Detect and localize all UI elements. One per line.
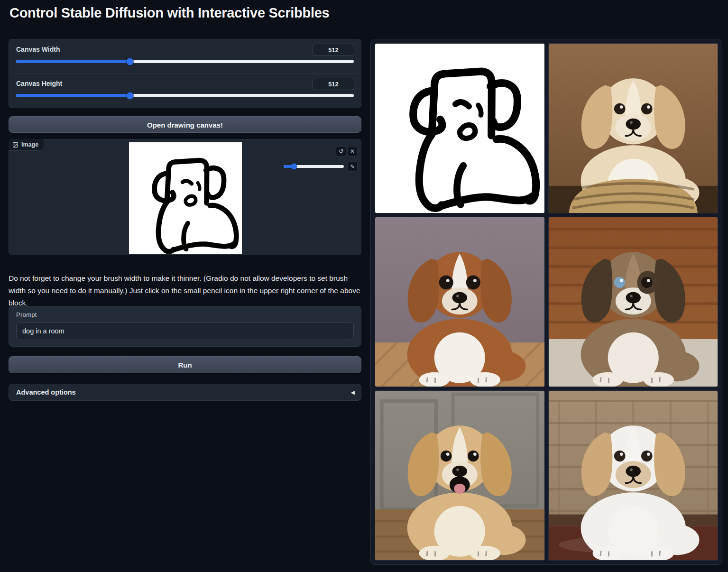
gallery-item-scribble[interactable] <box>375 43 545 213</box>
gallery-item-generated-dog[interactable] <box>548 390 719 561</box>
brush-width-note: Do not forget to change your brush width… <box>9 272 361 309</box>
advanced-options-label: Advanced options <box>16 384 76 400</box>
canvas-height-value[interactable] <box>313 78 354 90</box>
output-gallery <box>370 39 722 565</box>
run-button[interactable]: Run <box>9 356 361 373</box>
canvas-width-row: Canvas Width <box>9 39 361 74</box>
gallery-item-generated-dog[interactable] <box>548 217 719 387</box>
slider-handle[interactable] <box>126 92 133 99</box>
gallery-item-generated-dog[interactable] <box>548 43 719 213</box>
slider-fill <box>16 60 130 63</box>
prompt-label: Prompt <box>16 311 37 318</box>
canvas-height-row: Canvas Height <box>9 73 361 108</box>
page-title: Control Stable Diffusion with Interactiv… <box>9 5 329 21</box>
pencil-icon[interactable]: ✎ <box>348 162 357 171</box>
canvas-height-label: Canvas Height <box>16 80 62 87</box>
prompt-input[interactable] <box>16 322 354 340</box>
gallery-grid <box>375 43 718 561</box>
open-canvas-button[interactable]: Open drawing canvas! <box>9 116 361 133</box>
canvas-width-label: Canvas Width <box>16 46 60 53</box>
brush-size-slider[interactable] <box>284 165 344 168</box>
canvas-width-slider[interactable] <box>16 60 354 63</box>
canvas-height-slider[interactable] <box>16 94 354 97</box>
image-sketch-block: Image ↺ ✕ ✎ <box>9 139 361 255</box>
image-component-label: Image <box>9 139 44 151</box>
image-icon <box>12 142 18 148</box>
slider-fill <box>16 94 130 97</box>
slider-handle[interactable] <box>291 164 297 170</box>
app-root: { "app": { "title": "Control Stable Diff… <box>0 0 728 572</box>
advanced-options-accordion[interactable]: Advanced options ◀ <box>9 384 361 401</box>
image-component-label-text: Image <box>21 141 38 148</box>
prompt-panel: Prompt <box>9 306 361 347</box>
clear-button[interactable]: ✕ <box>348 147 357 156</box>
undo-button[interactable]: ↺ <box>336 147 346 156</box>
canvas-size-form: Canvas Width Canvas Height <box>9 39 361 108</box>
gallery-item-generated-dog[interactable] <box>375 217 545 387</box>
collapse-arrow-icon: ◀ <box>351 384 355 400</box>
slider-handle[interactable] <box>126 58 133 65</box>
gallery-item-generated-dog[interactable] <box>375 390 545 561</box>
sketch-canvas[interactable] <box>129 142 242 254</box>
canvas-width-value[interactable] <box>313 44 354 56</box>
